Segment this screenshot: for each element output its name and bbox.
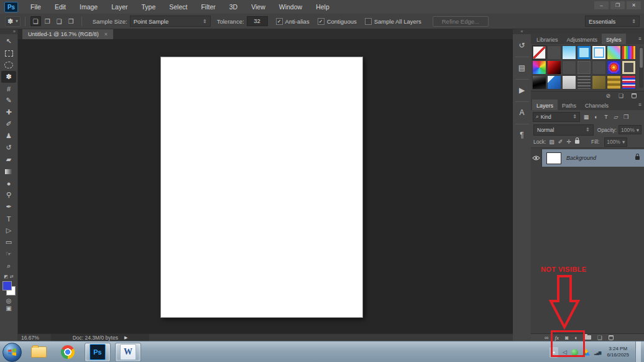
menu-edit[interactable]: Edit (48, 3, 73, 11)
menu-window[interactable]: Window (272, 3, 309, 11)
actions-panel-icon[interactable]: ▶ (515, 79, 529, 98)
panel-menu-icon[interactable]: ≡ (638, 102, 642, 108)
delete-layer-icon[interactable] (609, 335, 614, 340)
styles-scrollbar[interactable] (639, 47, 643, 88)
new-selection-icon[interactable]: ❏ (30, 16, 41, 26)
rectangle-tool[interactable]: ▭ (1, 236, 16, 248)
lock-all-icon[interactable] (575, 140, 579, 144)
dock-collapse-icon[interactable]: « (513, 29, 531, 34)
taskbar-explorer-button[interactable] (26, 343, 51, 361)
tolerance-input[interactable]: 32 (247, 16, 268, 26)
style-swatch-faint-square[interactable] (577, 60, 591, 75)
style-swatch-purple-bullseye[interactable] (607, 60, 621, 75)
clear-style-icon[interactable]: ⊘ (605, 93, 610, 99)
filter-shape-layers-icon[interactable]: ▱ (612, 113, 620, 121)
style-swatch-gold-bands[interactable] (607, 75, 621, 90)
tab-styles[interactable]: Styles (602, 34, 626, 44)
sample-size-select[interactable]: Point Sample ⇕ (130, 16, 211, 27)
subtract-from-selection-icon[interactable]: ❑ (54, 16, 65, 26)
document-canvas[interactable] (160, 57, 363, 318)
layer-selected-area[interactable]: Background (542, 149, 644, 167)
minimize-button[interactable]: – (594, 1, 609, 9)
panel-drag-bar[interactable] (531, 29, 644, 34)
tab-adjustments[interactable]: Adjustments (563, 34, 602, 44)
style-swatch-color-checker[interactable] (532, 60, 546, 75)
character-panel-icon[interactable]: A (515, 101, 529, 120)
intersect-selection-icon[interactable]: ❒ (66, 16, 76, 26)
lock-position-icon[interactable]: ✛ (566, 139, 571, 145)
toolbox-collapse-icon[interactable]: » (0, 29, 17, 34)
lock-paint-icon[interactable]: ✐ (558, 139, 563, 145)
brush-tool[interactable]: ✐ (1, 118, 16, 130)
style-swatch-rainbow-stripes[interactable] (622, 45, 636, 60)
taskbar-chrome-button[interactable] (55, 343, 80, 361)
type-tool[interactable]: T (1, 213, 16, 225)
menu-view[interactable]: View (244, 3, 272, 11)
close-button[interactable]: ✕ (627, 1, 641, 9)
document-tab[interactable]: Untitled-1 @ 16.7% (RGB/8) × (22, 29, 113, 39)
restore-button[interactable]: ❐ (610, 1, 625, 9)
menu-filter[interactable]: Filter (194, 3, 222, 11)
menu-layer[interactable]: Layer (104, 3, 134, 11)
style-swatch-white-blue-outline[interactable] (592, 45, 606, 60)
magic-wand-tool[interactable]: ✽ (1, 71, 16, 83)
sample-all-layers-checkbox[interactable]: Sample All Layers (365, 18, 421, 25)
lasso-tool[interactable] (1, 59, 16, 71)
filter-pixel-layers-icon[interactable]: ▦ (582, 113, 591, 121)
style-swatch-sky-blue-gradient[interactable] (562, 45, 576, 60)
fill-field[interactable]: 100% ▾ (604, 137, 627, 147)
history-panel-icon[interactable]: ↺ (515, 38, 529, 53)
tool-preset-picker[interactable]: ✽ ▾ (5, 16, 21, 27)
delete-style-icon[interactable] (632, 93, 637, 98)
menu-select[interactable]: Select (162, 3, 194, 11)
style-swatch-thin-stripes[interactable] (577, 75, 591, 90)
move-tool[interactable]: ↖ (1, 35, 16, 47)
zoom-level-field[interactable]: 16.67% (21, 335, 45, 341)
clone-stamp-tool[interactable]: ♟ (1, 130, 16, 142)
panel-menu-icon[interactable]: ≡ (638, 36, 642, 42)
dodge-tool[interactable]: ⚲ (1, 189, 16, 201)
hand-tool[interactable]: ☞ (1, 248, 16, 260)
menu-help[interactable]: Help (309, 3, 336, 11)
style-swatch-dotted-gray-1[interactable] (547, 45, 561, 60)
foreground-color-swatch[interactable] (2, 281, 12, 290)
crop-tool[interactable]: # (1, 83, 16, 95)
style-swatch-red-blue-stripes[interactable] (622, 75, 636, 90)
layer-thumbnail[interactable] (546, 152, 561, 164)
start-button[interactable] (2, 343, 22, 362)
zoom-tool[interactable]: ⌕ (1, 260, 16, 272)
quick-mask-icon[interactable]: ◎ (6, 297, 11, 305)
taskbar-photoshop-button[interactable]: Ps (85, 343, 111, 362)
device-preview-panel-icon[interactable]: ▤ (515, 57, 529, 75)
anti-alias-checkbox[interactable]: ✓Anti-alias (276, 18, 310, 25)
filter-kind-select[interactable]: ⌕ Kind ⇕ (533, 112, 580, 122)
workspace-select[interactable]: Essentials ⇕ (585, 16, 640, 27)
scrollbar-thumb[interactable] (640, 48, 643, 68)
filter-smart-objects-icon[interactable]: ❒ (622, 113, 630, 121)
tab-channels[interactable]: Channels (581, 100, 613, 110)
status-expand-icon[interactable]: ▶ (124, 335, 127, 340)
style-swatch-tan-frame[interactable] (622, 60, 636, 75)
layer-visibility-cell[interactable] (531, 149, 542, 167)
tab-layers[interactable]: Layers (532, 100, 558, 110)
tab-libraries[interactable]: Libraries (532, 34, 563, 44)
marquee-tool[interactable] (1, 47, 16, 59)
style-swatch-blue-frame[interactable] (577, 45, 591, 60)
style-swatch-red-black-gradient[interactable] (547, 60, 561, 75)
new-layer-icon[interactable]: ❏ (597, 335, 602, 341)
new-group-icon[interactable] (584, 335, 591, 340)
network-icon[interactable]: ▂▄▆ (594, 350, 600, 355)
swap-colors-icon[interactable]: ⇄ (10, 274, 14, 279)
style-swatch-pastel-rainbow[interactable] (607, 45, 621, 60)
opacity-field[interactable]: 100% ▾ (619, 125, 642, 134)
default-colors-icon[interactable]: ◩ (4, 274, 8, 279)
taskbar-word-button[interactable]: W (115, 343, 141, 362)
style-swatch-black-gloss[interactable] (532, 75, 546, 90)
style-swatch-olive-texture[interactable] (592, 75, 606, 90)
filter-adjustment-layers-icon[interactable]: ◐ (592, 113, 600, 121)
refine-edge-button[interactable]: Refine Edge... (433, 16, 489, 27)
menu-type[interactable]: Type (134, 3, 162, 11)
contiguous-checkbox[interactable]: ✓Contiguous (318, 18, 357, 25)
pen-tool[interactable]: ✒ (1, 201, 16, 213)
link-layers-icon[interactable]: ∞ (545, 335, 548, 341)
